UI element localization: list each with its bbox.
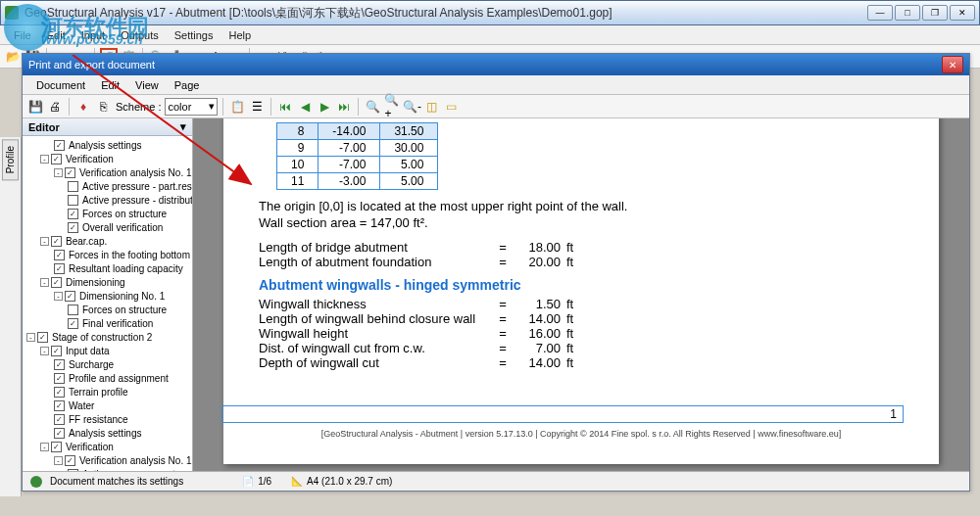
doc-copy-icon[interactable]: 📋 [228,98,246,116]
minimize-button[interactable]: — [867,5,893,21]
print-export-window: Print and export document ✕ Document Edi… [22,53,970,492]
fit-width-icon[interactable]: ◫ [422,98,440,116]
scheme-select[interactable]: color▾ [165,98,218,116]
close-button[interactable]: ✕ [950,5,975,21]
doc-titlebar: Print and export document ✕ [23,54,969,75]
vtab-profile[interactable]: Profile [2,139,19,180]
doc-print-icon[interactable]: 🖨 [46,98,64,116]
doc-statusbar: Document matches its settings 📄1/6 📐A4 (… [23,471,969,491]
app-icon [5,6,19,20]
status-format: A4 (21.0 x 29.7 cm) [307,476,392,487]
tree-item[interactable]: Analysis settings [23,426,192,440]
editor-panel: Editor ▾ Analysis settings-Verification-… [23,118,193,471]
doc-export-icon[interactable]: ⎘ [94,98,112,116]
docmenu-document[interactable]: Document [28,77,93,93]
menu-input[interactable]: Input [74,27,113,43]
tree-item[interactable]: Active pressure - distribut [23,193,192,207]
tree-item[interactable]: -Bear.cap. [23,234,192,248]
tree-item[interactable]: -Dimensioning [23,275,192,289]
page-preview-area[interactable]: 8-14.0031.509-7.0030.0010-7.005.0011-3.0… [193,118,969,471]
menu-settings[interactable]: Settings [167,27,221,43]
menu-help[interactable]: Help [220,27,259,43]
tree-item[interactable]: Analysis settings [23,138,192,152]
tree-item[interactable]: -Verification [23,152,192,165]
scheme-label: Scheme : [116,101,161,113]
main-titlebar: GeoStructural Analysis v17 - Abutment [D… [0,0,980,25]
nav-last-icon[interactable]: ⏭ [335,98,353,116]
main-menubar: File Edit Input Outputs Settings Help [0,25,980,45]
tree-item[interactable]: -Input data [23,344,192,357]
tree-item[interactable]: -Verification [23,440,192,453]
tree-item[interactable]: Overall verification [23,220,192,234]
format-icon: 📐 [291,476,303,487]
tree-item[interactable]: Forces on structure [23,207,192,220]
fit-page-icon[interactable]: ▭ [442,98,460,116]
doc-save-icon[interactable]: 💾 [26,98,44,116]
tree-item[interactable]: -Dimensioning No. 1 [23,289,192,303]
page-number-box: 1 [221,405,904,423]
menu-outputs[interactable]: Outputs [113,27,167,43]
nav-first-icon[interactable]: ⏮ [276,98,294,116]
docmenu-view[interactable]: View [127,77,167,93]
editor-tree: Analysis settings-Verification-Verificat… [23,136,192,471]
nav-prev-icon[interactable]: ◀ [296,98,314,116]
nav-next-icon[interactable]: ▶ [316,98,333,116]
tree-item[interactable]: Forces in the footing bottom [23,248,192,261]
document-page: 8-14.0031.509-7.0030.0010-7.005.0011-3.0… [223,118,939,464]
page-count-icon: 📄 [242,476,254,487]
tree-item[interactable]: Surcharge [23,357,192,371]
status-pages: 1/6 [258,476,271,487]
tree-item[interactable]: -Verification analysis No. 1 [23,453,192,467]
tree-item[interactable]: Profile and assignment [23,371,192,385]
doc-title: Print and export document [28,59,942,70]
window-title: GeoStructural Analysis v17 - Abutment [D… [24,5,867,22]
tree-item[interactable]: -Stage of construction 2 [23,330,192,344]
restore-button[interactable]: ❐ [922,5,948,21]
tree-item[interactable]: Resultant loading capacity [23,261,192,275]
doc-zoomout-icon[interactable]: 🔍- [403,98,420,116]
tree-item[interactable]: Active pressure - part.res [23,179,192,193]
doc-pdf-icon[interactable]: ♦ [74,98,92,116]
status-ok-icon [30,476,42,488]
coords-table: 8-14.0031.509-7.0030.0010-7.005.0011-3.0… [276,122,438,190]
panel-collapse-icon[interactable]: ▾ [180,120,186,133]
doc-menubar: Document Edit View Page [23,75,969,95]
chevron-down-icon: ▾ [209,100,215,113]
docmenu-edit[interactable]: Edit [93,77,127,93]
open-icon[interactable]: 📂 [4,48,22,66]
doc-close-button[interactable]: ✕ [942,56,963,73]
tree-item[interactable]: Final verification [23,316,192,330]
page-footer: [GeoStructural Analysis - Abutment | ver… [223,429,939,439]
menu-edit[interactable]: Edit [39,27,74,43]
menu-file[interactable]: File [6,27,39,43]
tree-item[interactable]: Forces on structure [23,303,192,316]
tree-item[interactable]: -Verification analysis No. 1 [23,165,192,179]
status-match: Document matches its settings [50,476,183,487]
doc-zoomin-icon[interactable]: 🔍+ [383,98,401,116]
zoom-reset-icon[interactable]: 🔍 [364,98,381,116]
area-text: Wall section area = 147,00 ft². [259,215,904,230]
editor-header: Editor ▾ [23,118,192,136]
tree-item[interactable]: FF resistance [23,412,192,426]
tree-item[interactable]: Water [23,399,192,412]
origin-text: The origin [0,0] is located at the most … [259,198,904,215]
doc-select-icon[interactable]: ☰ [248,98,266,116]
section-heading: Abutment wingwalls - hinged symmetric [259,277,904,293]
tree-item[interactable]: Terrain profile [23,385,192,399]
doc-toolbar: 💾 🖨 ♦ ⎘ Scheme : color▾ 📋 ☰ ⏮ ◀ ▶ ⏭ 🔍 🔍+… [23,95,969,118]
docmenu-page[interactable]: Page [167,77,208,93]
vertical-tabstrip: Profile [0,137,22,496]
maximize-button[interactable]: □ [895,5,920,21]
